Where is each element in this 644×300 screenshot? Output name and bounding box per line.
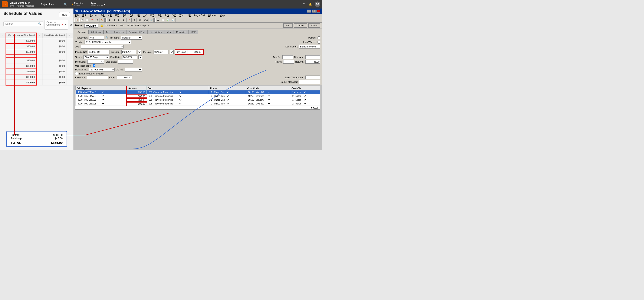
input-ret-pct[interactable] bbox=[283, 60, 294, 64]
select-phase[interactable]: 2 - Phase Two bbox=[210, 102, 229, 105]
tab-recurring[interactable]: Recurring bbox=[174, 30, 189, 34]
input-description[interactable] bbox=[299, 45, 320, 48]
select-job-gl[interactable]: 908 - Traverse Properties bbox=[148, 91, 182, 94]
tb-btn-6[interactable]: 🏠 bbox=[100, 18, 104, 22]
gl-table-row[interactable]: 4070 - MATERIALS 100.00 908 - Traverse P… bbox=[76, 102, 320, 106]
filter-icon[interactable]: ⚙ bbox=[70, 23, 72, 26]
select-co-no[interactable] bbox=[125, 68, 142, 71]
tab-general[interactable]: General bbox=[75, 30, 88, 34]
select-po-sub-no[interactable]: SC-908-001 bbox=[89, 68, 114, 71]
close-icon[interactable]: ✕ bbox=[316, 9, 320, 12]
checkbox-lien-waiver[interactable] bbox=[318, 41, 320, 44]
select-cost-code[interactable]: 10100 - Visual C bbox=[247, 91, 271, 94]
close-button[interactable]: Close bbox=[308, 23, 320, 28]
menu-file[interactable]: File bbox=[74, 14, 81, 17]
tab-udf[interactable]: UDF bbox=[189, 30, 198, 34]
tb-btn-sql[interactable]: SQL bbox=[144, 18, 148, 22]
nav-favorites[interactable]: ★ Favorites Admin bbox=[70, 2, 84, 6]
select-gl-expense[interactable]: 4070 - MATERIALS bbox=[77, 95, 104, 97]
date-picker-due[interactable]: ▼ bbox=[138, 55, 142, 59]
input-other[interactable] bbox=[117, 75, 132, 79]
gl-table-row[interactable]: 4070 - MATERIALS 250.00 908 - Traverse P… bbox=[76, 98, 320, 102]
menu-up[interactable]: U/P bbox=[185, 14, 192, 17]
menu-window[interactable]: Window bbox=[206, 14, 218, 17]
tb-btn-trash[interactable]: 🗑 bbox=[132, 18, 137, 22]
input-ret-amt[interactable] bbox=[306, 60, 320, 64]
select-cost-class[interactable]: 1 - Labor bbox=[292, 91, 306, 94]
input-due-date[interactable] bbox=[122, 55, 137, 59]
tb-btn-bar[interactable]: 📊 bbox=[166, 18, 170, 22]
input-disc-base[interactable] bbox=[118, 60, 133, 64]
tab-lien-waiver[interactable]: Lien Waiver bbox=[147, 30, 164, 34]
input-inv-total[interactable] bbox=[187, 50, 202, 54]
menu-in[interactable]: I/N bbox=[135, 14, 142, 17]
user-avatar[interactable]: DE bbox=[315, 1, 320, 7]
tb-btn-doc[interactable]: 📄 bbox=[160, 18, 165, 22]
tb-btn-2[interactable]: 💾 bbox=[80, 18, 84, 22]
menu-pc[interactable]: P/C bbox=[149, 14, 156, 17]
tb-btn-grid[interactable]: ▦ bbox=[137, 18, 142, 22]
tb-btn-delete[interactable]: ✕ bbox=[127, 18, 132, 22]
select-gl-expense[interactable]: 4070 - MATERIALS bbox=[77, 98, 104, 101]
menu-record[interactable]: Record bbox=[88, 14, 99, 17]
tb-nav-next[interactable]: ▶ bbox=[117, 18, 122, 22]
input-inventory[interactable] bbox=[87, 75, 108, 79]
tab-tax[interactable]: Tax bbox=[104, 30, 112, 34]
menu-pr[interactable]: P/R bbox=[156, 14, 163, 17]
select-phase[interactable]: 1 - Phase One bbox=[210, 98, 229, 101]
minimize-icon[interactable]: _ bbox=[307, 9, 311, 12]
select-cost-code[interactable]: 10100 - Visual C bbox=[247, 98, 271, 101]
tab-inventory[interactable]: Inventory bbox=[112, 30, 126, 34]
input-sales-tax[interactable] bbox=[306, 75, 320, 79]
search-input[interactable] bbox=[5, 22, 37, 25]
ok-button[interactable]: OK bbox=[283, 23, 292, 28]
select-phase[interactable]: 1 - Phase One bbox=[210, 91, 229, 94]
input-invoice-no[interactable] bbox=[88, 50, 110, 54]
menu-ar[interactable]: A/R bbox=[106, 14, 114, 17]
checkbox-use-retainage[interactable] bbox=[93, 64, 96, 67]
select-disc-date[interactable] bbox=[87, 60, 104, 64]
select-vendor[interactable]: 116 - ABC Office supply bbox=[84, 40, 132, 44]
select-cost-code[interactable]: 10250 - Overhea bbox=[247, 102, 271, 105]
menu-sd[interactable]: S/D bbox=[170, 14, 178, 17]
menu-gl[interactable]: G/L bbox=[128, 14, 135, 17]
tb-btn-list[interactable]: ☰ bbox=[156, 18, 160, 22]
date-picker-inv[interactable]: ▼ bbox=[138, 50, 142, 54]
date-picker-trx[interactable]: ▼ bbox=[170, 50, 174, 54]
select-terms[interactable]: 30 - 30 Days bbox=[84, 55, 109, 59]
tb-btn-1[interactable]: 📋 bbox=[74, 18, 79, 22]
menu-jc[interactable]: J/C bbox=[142, 14, 149, 17]
select-phase[interactable]: 2 - Phase Two bbox=[210, 95, 229, 97]
tb-btn-3[interactable]: 📄 bbox=[84, 18, 89, 22]
input-project-manager[interactable] bbox=[299, 80, 320, 84]
tb-nav-prev[interactable]: ◀ bbox=[112, 18, 116, 22]
menu-ap[interactable]: A/P bbox=[99, 14, 106, 17]
menu-log-call[interactable]: Log a Call bbox=[192, 14, 206, 17]
select-job-gl[interactable]: 908 - Traverse Properties bbox=[148, 98, 182, 101]
gl-table-row[interactable]: 4070 - MATERIALS 300.00 908 - Traverse P… bbox=[76, 94, 320, 98]
notification-icon[interactable]: 🔔 bbox=[308, 2, 312, 6]
cancel-button[interactable]: Cancel bbox=[294, 23, 307, 28]
checkbox-link-inventory[interactable] bbox=[75, 72, 78, 75]
select-gl-expense[interactable]: 4070 - MATERIALS bbox=[77, 102, 104, 105]
select-job-gl[interactable]: 908 - Traverse Properties bbox=[148, 102, 182, 105]
input-trx-date[interactable] bbox=[154, 50, 168, 54]
menu-eo[interactable]: E/O bbox=[114, 14, 121, 17]
tab-equipment-fuel[interactable]: Equipment Fuel bbox=[126, 30, 147, 34]
gl-table-row[interactable]: 4070 - MATERIALS 250.00 908 - Traverse P… bbox=[76, 90, 320, 94]
tb-btn-refresh[interactable]: 🔄 bbox=[171, 18, 176, 22]
tb-nav-first[interactable]: |◀ bbox=[106, 18, 111, 22]
input-disc-pct[interactable] bbox=[282, 55, 293, 59]
tb-btn-5[interactable]: ⚙ bbox=[95, 18, 100, 22]
select-gl-expense[interactable]: 4070 - MATERIALS bbox=[77, 91, 104, 94]
select-job-gl[interactable]: 908 - Traverse Properties bbox=[148, 95, 182, 97]
tb-btn-4[interactable]: 📍 bbox=[90, 18, 94, 22]
checkbox-posted[interactable] bbox=[318, 36, 320, 39]
tab-additional[interactable]: Additional bbox=[88, 30, 104, 34]
select-cost-class[interactable]: 2 - Mater bbox=[292, 95, 306, 97]
menu-help[interactable]: Help bbox=[218, 14, 226, 17]
tb-nav-last[interactable]: ▶| bbox=[122, 18, 126, 22]
menu-ps[interactable]: P/S bbox=[163, 14, 170, 17]
select-cost-class[interactable]: 1 - Labor bbox=[292, 98, 306, 101]
search-icon[interactable]: 🔍 bbox=[64, 2, 68, 6]
